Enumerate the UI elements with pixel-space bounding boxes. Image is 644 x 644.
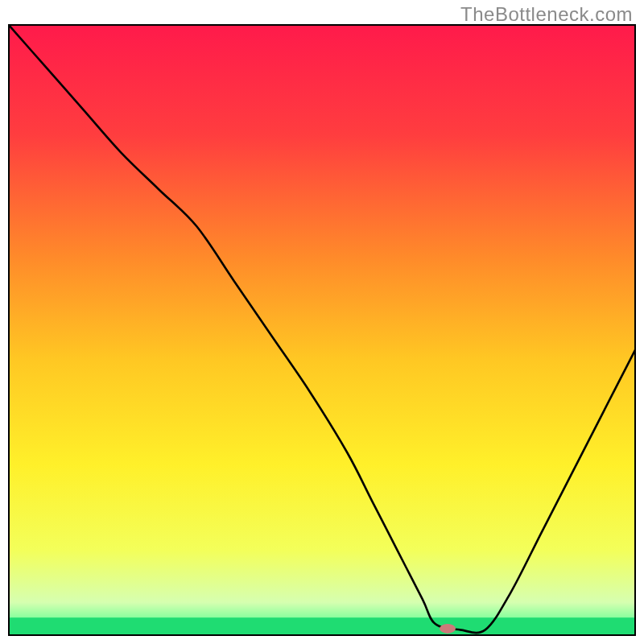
bottleneck-chart: [8, 24, 636, 636]
chart-background-gradient: [8, 24, 636, 636]
watermark-text: TheBottleneck.com: [460, 3, 633, 26]
optimal-marker: [440, 624, 456, 634]
optimal-band: [8, 617, 636, 636]
chart-frame: [8, 24, 636, 636]
